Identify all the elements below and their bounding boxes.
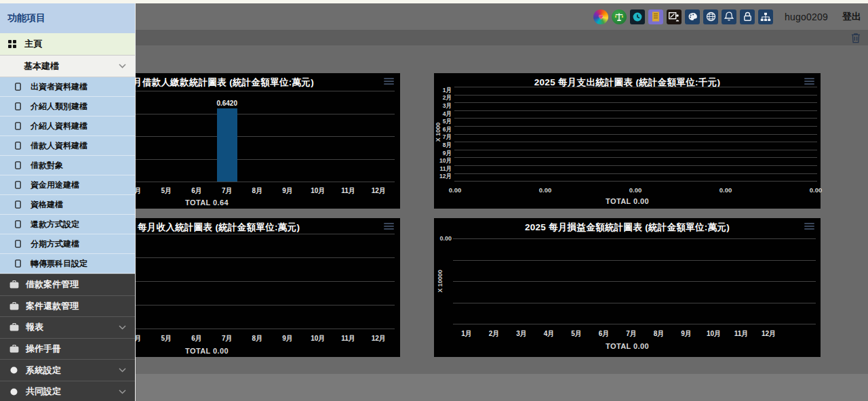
sidebar-item-label: 轉傳票科目設定 [31, 258, 87, 270]
x-axis-label: 8月 [654, 329, 665, 339]
chevron-down-icon [119, 64, 126, 68]
bell-icon[interactable] [722, 9, 736, 24]
chart-total-label: TOTAL 0.00 [434, 197, 821, 205]
x-axis-label: 3月 [516, 329, 527, 339]
x-axis-label: 6月 [191, 186, 202, 196]
trash-icon[interactable] [851, 33, 861, 43]
x-axis-label: 5月 [161, 186, 172, 196]
chevron-down-icon [119, 389, 126, 394]
presenter-icon[interactable] [667, 9, 682, 24]
sidebar-item[interactable]: 報表 [0, 316, 135, 338]
sidebar: 功能項目 主頁 基本建檔 出資者資料建檔介紹人類別建檔介紹人資料建檔借款人資料建… [0, 3, 136, 401]
chart-gridline [454, 165, 817, 166]
scroll-icon[interactable] [648, 9, 663, 24]
chevron-down-icon [119, 325, 126, 330]
clock-icon[interactable] [630, 9, 645, 24]
clipboard-icon [15, 102, 21, 110]
y-axis-label: 11月 [434, 165, 452, 173]
chart-menu-icon[interactable] [384, 78, 394, 86]
chart-gridline [454, 102, 817, 103]
sidebar-item[interactable]: 資格建檔 [0, 195, 135, 215]
chart-gridline [454, 95, 817, 96]
sidebar-item[interactable]: 案件還款管理 [0, 295, 135, 317]
briefcase-icon [9, 302, 19, 310]
colorful-logo-icon[interactable]: ♥ [593, 9, 608, 24]
x-axis-label: 9月 [681, 329, 692, 339]
x-axis-label: 6月 [191, 334, 202, 343]
clipboard-icon [15, 200, 21, 209]
bar-value-label: 0.6420 [216, 100, 237, 107]
sidebar-item-label: 主頁 [24, 38, 42, 50]
chart-gridline [453, 260, 816, 261]
x-axis-label: 12月 [762, 329, 776, 339]
x-axis-label: 12月 [372, 334, 386, 343]
x-axis-label: 7月 [626, 329, 637, 339]
chart-panel-profit-loss: 2025 每月損益金額統計圖表 (統計金額單位:萬元) 0.001月2月3月4月… [434, 218, 821, 357]
x-axis-label: 8月 [252, 334, 263, 343]
sidebar-item-label: 共同設定 [26, 385, 119, 398]
sidebar-item[interactable]: 借款案件管理 [0, 274, 135, 295]
y-axis-label: 12月 [434, 173, 452, 181]
x-axis-label: 2月 [489, 329, 500, 339]
sidebar-item[interactable]: 借款對象 [0, 156, 135, 175]
briefcase-icon [9, 280, 19, 289]
chevron-down-icon [119, 368, 126, 373]
x-axis-label: 11月 [341, 334, 355, 343]
sidebar-item-label: 分期方式建檔 [31, 238, 79, 250]
x-axis-label: 7月 [222, 334, 233, 343]
chart-gridline [454, 181, 817, 182]
briefcase-icon [9, 345, 19, 353]
logout-button[interactable]: 登出 [842, 11, 861, 23]
sidebar-item-label: 還款方式設定 [31, 219, 79, 230]
clipboard-icon [15, 259, 21, 268]
sidebar-group-basic-setup[interactable]: 基本建檔 [0, 56, 135, 77]
y-axis-label: 3月 [434, 102, 452, 110]
clipboard-icon [15, 181, 21, 189]
x-axis-label: 9月 [282, 334, 293, 343]
sidebar-item-label: 借款人資料建檔 [31, 140, 87, 152]
chart-panel-expenses: 2025 每月支出統計圖表 (統計金額單位:千元) 1月2月3月4月5月6月7月… [434, 73, 821, 209]
chart-gridline [453, 281, 816, 282]
sidebar-item[interactable]: 操作手冊 [0, 338, 135, 360]
palette-icon[interactable] [685, 9, 700, 24]
x-tick-label: 0.00 [449, 186, 462, 194]
sidebar-item[interactable]: 系統設定 [0, 359, 135, 381]
chart-gridline [454, 126, 817, 127]
chart-gridline [454, 173, 817, 174]
x-tick-label: 0.00 [629, 186, 642, 194]
x-axis-label: 5月 [571, 329, 582, 339]
globe-icon[interactable] [703, 9, 718, 24]
chart-menu-icon[interactable] [804, 78, 814, 86]
x-axis-label: 10月 [707, 329, 721, 339]
chart-menu-icon[interactable] [804, 223, 814, 231]
chart-gridline [454, 142, 817, 142]
sidebar-item[interactable]: 還款方式設定 [0, 215, 135, 234]
sidebar-item[interactable]: 資金用途建檔 [0, 175, 135, 195]
chart-menu-icon[interactable] [384, 223, 394, 231]
lock-icon[interactable] [740, 9, 755, 24]
sitemap-icon[interactable] [758, 9, 773, 24]
sidebar-item[interactable]: 介紹人類別建檔 [0, 97, 135, 117]
sidebar-item-label: 報表 [26, 321, 119, 333]
balance-scale-icon[interactable] [612, 9, 627, 24]
y-axis-label: 8月 [434, 142, 452, 150]
y-axis-label: 9月 [434, 150, 452, 158]
sidebar-item-label: 介紹人資料建檔 [31, 121, 87, 132]
briefcase-icon [9, 323, 19, 331]
chart-gridline [454, 110, 817, 111]
sidebar-item-home[interactable]: 主頁 [0, 33, 135, 56]
y-tick-label: 0.00 [434, 235, 452, 242]
sidebar-item-label: 系統設定 [26, 364, 119, 377]
sidebar-item[interactable]: 借款人資料建檔 [0, 136, 135, 156]
circle-icon [9, 366, 19, 374]
x-axis-label: 12月 [372, 186, 386, 196]
sidebar-item[interactable]: 介紹人資料建檔 [0, 117, 135, 136]
chart-total-label: TOTAL 0.00 [434, 342, 821, 350]
clipboard-icon [15, 122, 21, 130]
sidebar-item[interactable]: 出資者資料建檔 [0, 77, 135, 97]
chart-gridline [454, 87, 817, 87]
sidebar-item[interactable]: 分期方式建檔 [0, 234, 135, 254]
sidebar-item[interactable]: 共同設定 [0, 381, 135, 401]
sidebar-item[interactable]: 轉傳票科目設定 [0, 254, 135, 274]
x-axis-label: 4月 [544, 329, 555, 339]
